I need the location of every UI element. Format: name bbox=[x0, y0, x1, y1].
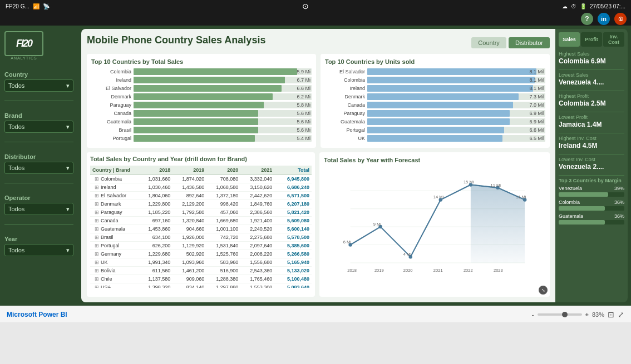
svg-text:2021: 2021 bbox=[433, 268, 443, 273]
col-2018: 2018 bbox=[139, 166, 172, 175]
country-view-button[interactable]: Country bbox=[471, 37, 506, 48]
chevron-down-icon: ▾ bbox=[66, 82, 70, 89]
svg-text:9 Mi: 9 Mi bbox=[373, 222, 382, 227]
header-area: Mobile Phone Country Sales Analysis Coun… bbox=[87, 34, 550, 51]
filter-country-dropdown[interactable]: Todos ▾ bbox=[4, 79, 73, 92]
zoom-control: - + 83% ⊡ ⤢ bbox=[532, 310, 624, 319]
kpi-highest-profit: Highest Profit Colombia 2.5M bbox=[559, 93, 624, 107]
table-row: ⊞El Salvador 1,804,060 892,640 1,372,180… bbox=[90, 192, 312, 200]
filter-brand-dropdown[interactable]: Todos ▾ bbox=[4, 121, 73, 133]
kpi-lowest-sales-label: Lowest Sales bbox=[559, 72, 624, 78]
chevron-down-icon: ▾ bbox=[66, 164, 70, 172]
metric-tabs: Sales Profit Inv. Cost bbox=[559, 32, 624, 47]
user-button[interactable]: ① bbox=[614, 13, 627, 25]
bar-item: Guatemala 5.6 Mi bbox=[91, 118, 312, 125]
filter-year-label: Year bbox=[4, 236, 73, 242]
svg-text:11 Mi: 11 Mi bbox=[516, 195, 526, 200]
table-row: ⊞Canada 697,160 1,320,840 1,669,680 1,92… bbox=[90, 217, 312, 225]
table-row: ⊞Portugal 626,200 1,129,920 1,531,840 2,… bbox=[90, 242, 312, 250]
table-row: ⊞Guatemala 1,453,860 904,660 1,001,100 2… bbox=[90, 225, 312, 233]
camera-icon: ⊙ bbox=[302, 2, 309, 11]
filter-year-dropdown[interactable]: Todos ▾ bbox=[4, 244, 73, 256]
tab-inv-cost[interactable]: Inv. Cost bbox=[603, 32, 624, 47]
view-toggle: Country Distributor bbox=[471, 37, 550, 48]
kpi-lowest-inv-cost: Lowest Inv. Cost Venezuela 2.... bbox=[559, 157, 624, 171]
powerbi-link[interactable]: Microsoft Power BI bbox=[7, 311, 67, 318]
svg-text:2022: 2022 bbox=[464, 268, 473, 273]
svg-text:2020: 2020 bbox=[403, 268, 413, 273]
logo-area: FI20 ANALYTICS bbox=[4, 31, 73, 60]
filter-operator-dropdown[interactable]: Todos ▾ bbox=[4, 203, 73, 215]
linkedin-button[interactable]: in bbox=[598, 13, 610, 25]
svg-text:15 Mi: 15 Mi bbox=[464, 179, 474, 185]
zoom-plus[interactable]: + bbox=[585, 311, 589, 318]
kpi-lowest-profit-label: Lowest Profit bbox=[559, 114, 624, 120]
filter-distributor-dropdown[interactable]: Todos ▾ bbox=[4, 162, 73, 174]
bar-item: Portugal 6.6 Mil bbox=[325, 127, 545, 133]
margin-section: Top 3 Countries by Margin Venezuela 39% … bbox=[559, 178, 624, 225]
bar-item: Denmark 6.2 Mi bbox=[91, 93, 312, 100]
bar-item: El Salvador 6.6 Mi bbox=[91, 85, 312, 92]
svg-text:6 Mi: 6 Mi bbox=[343, 240, 352, 245]
svg-text:14 Mi: 14 Mi bbox=[433, 195, 444, 200]
svg-text:2019: 2019 bbox=[374, 268, 384, 273]
kpi-highest-profit-label: Highest Profit bbox=[559, 93, 624, 99]
table-scroll[interactable]: Country | Brand 2018 2019 2020 2021 Tota… bbox=[90, 166, 312, 288]
report-title: Mobile Phone Country Sales Analysis bbox=[87, 34, 265, 46]
table-row: ⊞UK 1,991,340 1,093,960 583,960 1,556,68… bbox=[90, 258, 312, 267]
bar-item: Canada 7.0 Mil bbox=[325, 102, 545, 108]
fullscreen-icon[interactable]: ⤢ bbox=[618, 310, 624, 319]
bar-item: Ireland 8.1 Mil bbox=[325, 85, 545, 92]
sales-table: Country | Brand 2018 2019 2020 2021 Tota… bbox=[90, 166, 312, 288]
sales-table-panel: Total Sales by Country and Year (drill d… bbox=[87, 152, 315, 297]
filter-brand-label: Brand bbox=[4, 112, 73, 119]
zoom-minus[interactable]: - bbox=[532, 311, 534, 318]
tab-profit[interactable]: Profit bbox=[581, 32, 602, 47]
table-row: ⊞Denmark 1,229,800 2,129,200 998,420 1,8… bbox=[90, 200, 312, 208]
kpi-highest-sales: Highest Sales Colombia 6.9M bbox=[559, 51, 624, 65]
forecast-panel: Total Sales by Year with Forecast bbox=[319, 152, 550, 297]
col-2020: 2020 bbox=[206, 166, 240, 175]
bar-item: Colombia 5.9 Mi bbox=[91, 68, 312, 75]
svg-text:11 Mi: 11 Mi bbox=[491, 183, 501, 188]
sales-bars: Colombia 5.9 Mi Ireland 6.7 Mi El Salvad… bbox=[91, 68, 312, 142]
bar-item: Ireland 6.7 Mi bbox=[91, 77, 312, 83]
bar-item: Colombia 8.1 Mil bbox=[325, 77, 545, 83]
kpi-highest-sales-label: Highest Sales bbox=[559, 51, 624, 57]
right-panel: Sales Profit Inv. Cost Highest Sales Col… bbox=[555, 29, 628, 302]
charts-row: Top 10 Countries by Total Sales Colombia… bbox=[87, 54, 550, 148]
table-row: ⊞Ireland 1,030,460 1,436,580 1,068,580 3… bbox=[90, 183, 312, 192]
filter-year: Year Todos ▾ bbox=[4, 236, 73, 256]
logo-subtitle: ANALYTICS bbox=[4, 56, 43, 60]
status-bar-left: FP20 G... 📶 📡 bbox=[6, 3, 50, 9]
chevron-down-icon: ▾ bbox=[66, 206, 70, 213]
distributor-view-button[interactable]: Distributor bbox=[509, 37, 550, 48]
sidebar: FI20 ANALYTICS Country Todos ▾ Brand Tod… bbox=[0, 26, 78, 306]
tab-sales[interactable]: Sales bbox=[559, 32, 580, 47]
margin-item: Venezuela 39% bbox=[559, 186, 624, 197]
status-bar-center: ⊙ bbox=[302, 2, 309, 11]
cloud-icon: ☁ bbox=[562, 3, 568, 9]
kpi-highest-sales-value: Colombia 6.9M bbox=[559, 57, 624, 65]
chevron-down-icon: ▾ bbox=[66, 123, 70, 131]
fit-page-icon[interactable]: ⊡ bbox=[608, 310, 614, 319]
kpi-highest-profit-value: Colombia 2.5M bbox=[559, 99, 624, 107]
sales-table-body: ⊞Colombia 1,031,660 1,874,020 708,080 3,… bbox=[90, 175, 312, 288]
zoom-level: 83% bbox=[592, 311, 604, 318]
bar-item: Paraguay 6.9 Mil bbox=[325, 110, 545, 117]
status-bar-right: ☁ ⏱ 🔋 27/05/23 07:... bbox=[562, 3, 625, 9]
table-row: ⊞USA 1,398,320 834,140 1,297,880 1,553,3… bbox=[90, 283, 312, 288]
top-sales-title: Top 10 Countries by Total Sales bbox=[91, 58, 312, 65]
svg-text:2023: 2023 bbox=[494, 268, 503, 273]
top-units-chart: Top 10 Countries by Units sold El Salvad… bbox=[321, 54, 550, 148]
zoom-slider[interactable] bbox=[538, 313, 582, 316]
report-area: FI20 ANALYTICS Country Todos ▾ Brand Tod… bbox=[0, 26, 631, 306]
filter-country: Country Todos ▾ bbox=[4, 71, 73, 92]
help-button[interactable]: ? bbox=[581, 13, 593, 25]
kpi-lowest-profit-value: Jamaica 1.4M bbox=[559, 121, 624, 128]
expand-button[interactable]: ⤡ bbox=[539, 286, 548, 295]
bar-item: Brasil 5.6 Mi bbox=[91, 127, 312, 133]
col-2021: 2021 bbox=[240, 166, 274, 175]
bar-item: Portugal 5.4 Mi bbox=[91, 135, 312, 142]
zoom-thumb bbox=[562, 312, 568, 317]
